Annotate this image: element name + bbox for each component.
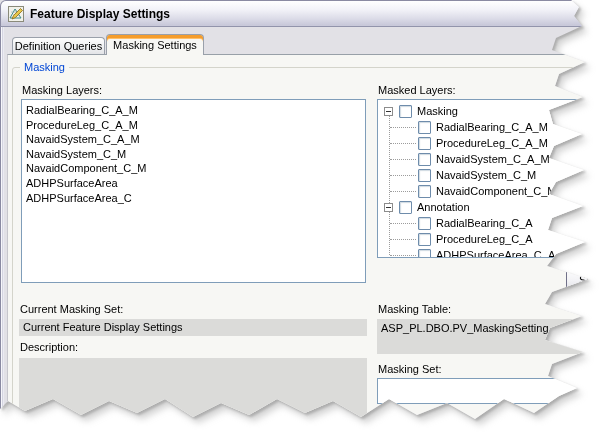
- tree-item-label: Annotation: [417, 201, 470, 213]
- masked-layers-tree[interactable]: Masking RadialBearing_C_A_M ProcedureLeg…: [377, 99, 597, 258]
- list-item[interactable]: NavaidComponent_C_M: [26, 161, 365, 176]
- masking-table-label: Masking Table:: [378, 303, 451, 315]
- masking-table-field: ASP_PL.DBO.PV_MaskingSetting: [377, 319, 582, 354]
- tree-item-label: Masking: [417, 105, 458, 117]
- description-label: Description:: [20, 341, 78, 353]
- description-field: [19, 358, 367, 433]
- search-button[interactable]: Sea: [566, 266, 600, 293]
- masking-group-label: Masking: [20, 61, 69, 73]
- tree-item-label: RadialBearing_C_A_M: [436, 121, 548, 133]
- window-frame-left: [0, 27, 4, 433]
- tree-item[interactable]: ADHPSurfaceArea_C_A: [378, 247, 596, 258]
- checkbox[interactable]: [418, 169, 431, 182]
- search-button-label: Sea: [579, 274, 599, 286]
- title-bar[interactable]: Feature Display Settings: [0, 0, 593, 27]
- list-item[interactable]: RadialBearing_C_A_M: [26, 103, 365, 118]
- current-masking-set-label: Current Masking Set:: [20, 303, 123, 315]
- collapse-expander-icon[interactable]: [384, 107, 393, 116]
- tab-label: Definition Queries: [15, 40, 102, 52]
- list-item[interactable]: NavaidSystem_C_A_M: [26, 132, 365, 147]
- tree-item-label: RadialBearing_C_A: [436, 217, 533, 229]
- window-title: Feature Display Settings: [30, 7, 170, 21]
- list-item[interactable]: NavaidSystem_C_M: [26, 147, 365, 162]
- feature-display-settings-window: Feature Display Settings Definition Quer…: [0, 0, 593, 433]
- feature-display-settings-icon: [8, 6, 24, 22]
- tree-item[interactable]: NavaidSystem_C_A_M: [378, 151, 596, 167]
- tree-item[interactable]: RadialBearing_C_A: [378, 215, 596, 231]
- tree-item-label: ProcedureLeg_C_A: [436, 233, 533, 245]
- masking-set-label: Masking Set:: [378, 363, 442, 375]
- tree-item[interactable]: NavaidSystem_C_M: [378, 167, 596, 183]
- masked-layers-label: Masked Layers:: [378, 84, 456, 96]
- checkbox[interactable]: [418, 185, 431, 198]
- current-masking-set-field: Current Feature Display Settings: [19, 319, 367, 336]
- masking-layers-label: Masking Layers:: [22, 84, 102, 96]
- checkbox[interactable]: [418, 121, 431, 134]
- tree-item[interactable]: RadialBearing_C_A_M: [378, 119, 596, 135]
- tree-item-label: NavaidComponent_C_M: [436, 185, 556, 197]
- collapse-expander-icon[interactable]: [384, 203, 393, 212]
- tab-masking-settings[interactable]: Masking Settings: [106, 34, 204, 55]
- checkbox[interactable]: [418, 137, 431, 150]
- tree-item[interactable]: ProcedureLeg_C_A_M: [378, 135, 596, 151]
- tree-item[interactable]: NavaidComponent_C_M: [378, 183, 596, 199]
- list-item[interactable]: ProcedureLeg_C_A_M: [26, 118, 365, 133]
- list-item[interactable]: ADHPSurfaceArea_C: [26, 191, 365, 206]
- checkbox[interactable]: [418, 153, 431, 166]
- current-masking-set-value: Current Feature Display Settings: [23, 321, 183, 333]
- tree-item-label: NavaidSystem_C_M: [436, 169, 536, 181]
- list-item[interactable]: ADHPSurfaceArea: [26, 176, 365, 191]
- masking-layers-listbox[interactable]: RadialBearing_C_A_M ProcedureLeg_C_A_M N…: [21, 99, 366, 283]
- checkbox[interactable]: [418, 217, 431, 230]
- checkbox[interactable]: [418, 249, 431, 259]
- tree-item-annotation[interactable]: Annotation: [378, 199, 596, 215]
- tab-label: Masking Settings: [113, 39, 197, 51]
- tree-item-masking[interactable]: Masking: [378, 103, 596, 119]
- masking-set-input[interactable]: [377, 378, 585, 404]
- tab-definition-queries[interactable]: Definition Queries: [12, 37, 105, 54]
- checkbox[interactable]: [399, 105, 412, 118]
- masking-table-value: ASP_PL.DBO.PV_MaskingSetting: [381, 322, 549, 334]
- tree-item-label: NavaidSystem_C_A_M: [436, 153, 550, 165]
- screenshot-canvas: Feature Display Settings Definition Quer…: [0, 0, 600, 438]
- tree-item[interactable]: ProcedureLeg_C_A: [378, 231, 596, 247]
- checkbox[interactable]: [418, 233, 431, 246]
- torn-paper-effect: Feature Display Settings Definition Quer…: [0, 0, 600, 438]
- checkbox[interactable]: [399, 201, 412, 214]
- tree-item-label: ProcedureLeg_C_A_M: [436, 137, 548, 149]
- tree-item-label: ADHPSurfaceArea_C_A: [436, 249, 555, 258]
